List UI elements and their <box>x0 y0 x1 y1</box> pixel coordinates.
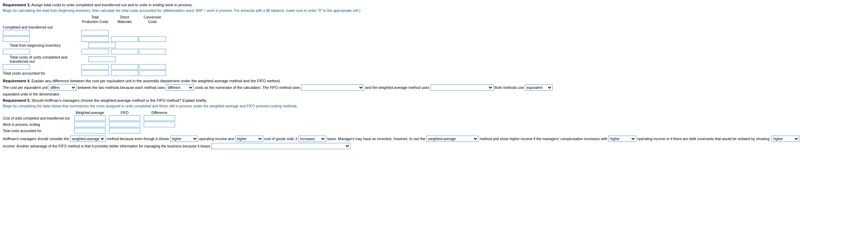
req5-fifo-header: FIFO <box>107 111 142 115</box>
req5-text7: operating income or if there are debt co… <box>637 137 770 141</box>
row3-label-input[interactable] <box>3 49 30 54</box>
req5-row1-diff-input[interactable] <box>144 115 175 121</box>
row1-total-input[interactable] <box>81 30 109 36</box>
total-accounted-direct-input[interactable] <box>111 70 138 76</box>
req5-text5: taxes. Managers may have an incentive, h… <box>327 137 425 141</box>
row-4 <box>3 64 177 70</box>
req5-row2-diff-input[interactable] <box>144 122 175 127</box>
req3-header: Requirement 3. Assign total costs to uni… <box>3 3 865 7</box>
total-beginning-label: Total from beginning inventory <box>10 43 86 47</box>
req3-instruction: Begin by calculating the total from begi… <box>3 8 865 13</box>
total-beginning-row: Total from beginning inventory <box>3 43 177 48</box>
completed-transferred-label: Completed and transferred out: <box>3 25 177 29</box>
req4-header: Requirement 4. Explain any difference be… <box>3 79 865 83</box>
req4-text1: The cost per equivalent unit <box>3 85 48 90</box>
col-conv-sub: Costs <box>139 20 166 24</box>
requirement-4-section: Requirement 4. Explain any difference be… <box>3 79 865 96</box>
cost-table: Total Direct Conversion Production Costs… <box>3 15 177 76</box>
total-accounted-total-input[interactable] <box>81 70 109 76</box>
total-costs-accounted-row: Total costs accounted for <box>3 70 177 76</box>
col-total-header: Total <box>79 15 111 19</box>
req5-text1: Hoffman's managers should consider the <box>3 137 69 141</box>
row1-label-input[interactable] <box>3 30 30 36</box>
req5-alt-method-select[interactable]: weighted-average FIFO <box>426 136 479 142</box>
req5-taxes-select[interactable]: increases decreases <box>298 136 326 142</box>
req5-method-select[interactable]: weighted-average FIFO <box>70 136 105 142</box>
req5-row1-wa-input[interactable] <box>74 115 105 121</box>
req4-select3[interactable]: only costs incurred in current period al… <box>301 84 364 91</box>
req5-wa-header: Weighted-average <box>72 111 107 115</box>
row3-direct-input[interactable] <box>111 49 138 54</box>
row3-total-input[interactable] <box>81 49 109 54</box>
col-direct-header: Direct <box>111 15 139 19</box>
req5-row1: Cost of units completed and transferred … <box>3 115 212 121</box>
req5-text6: method and show higher income if the man… <box>480 137 607 141</box>
req5-comp-select[interactable]: higher lower <box>608 136 636 142</box>
row4-label-input[interactable] <box>3 64 30 70</box>
row-3 <box>3 49 177 54</box>
req4-text6: equivalent units in the denominator. <box>3 92 865 96</box>
row4-conv-input[interactable] <box>139 64 166 70</box>
req5-instruction: Begin by completing the table below that… <box>3 104 865 108</box>
req4-select5[interactable]: equivalent actual <box>525 84 553 91</box>
req4-text2: between the two methods because each met… <box>78 85 165 90</box>
row4-direct-input[interactable] <box>111 64 138 70</box>
req5-text2: method because even though it shows <box>106 137 169 141</box>
total-costs-units-input[interactable] <box>88 56 116 62</box>
req5-row2-label: Work in process, ending <box>3 123 72 127</box>
req5-row3: Total costs accounted for <box>3 128 212 134</box>
req5-row2-fifo-input[interactable] <box>109 122 140 127</box>
req4-text3: costs as the numerator of the calculatio… <box>195 85 300 90</box>
req4-text5: Both methods use <box>495 85 524 90</box>
req5-bottom: Hoffman's managers should consider the w… <box>3 136 865 149</box>
row-2 <box>3 36 177 42</box>
req5-col-headers: Weighted-average FIFO Difference <box>3 111 212 115</box>
total-beginning-input[interactable] <box>88 43 116 48</box>
col-headers-row2: Production Costs Materials Costs <box>3 20 177 24</box>
req5-row1-label: Cost of units completed and transferred … <box>3 116 72 120</box>
req5-keeps-select[interactable]: costs separate by period current period … <box>211 143 350 149</box>
total-costs-units-label: Total costs of units completed and trans… <box>10 55 86 63</box>
req5-cogs-select[interactable]: higher lower <box>235 136 263 142</box>
row2-total-input[interactable] <box>81 36 109 42</box>
requirement-5-section: Requirement 5. Should Hoffman's managers… <box>3 98 865 149</box>
row4-total-input[interactable] <box>81 64 109 70</box>
req4-select2[interactable]: different the same <box>166 84 194 91</box>
req5-row2: Work in process, ending <box>3 122 212 127</box>
col-direct-sub: Materials <box>111 20 139 24</box>
requirement-3-section: Requirement 3. Assign total costs to uni… <box>3 3 865 76</box>
total-costs-accounted-label: Total costs accounted for <box>3 71 79 75</box>
req5-text3: operating income and <box>199 137 234 141</box>
req5-row3-fifo-input[interactable] <box>109 128 140 134</box>
req5-row3-label: Total costs accounted for <box>3 129 72 133</box>
row2-conv-input[interactable] <box>139 36 166 42</box>
req5-row2-wa-input[interactable] <box>74 122 105 127</box>
req5-income-select[interactable]: higher lower <box>170 136 198 142</box>
row-1 <box>3 30 177 36</box>
row3-conv-input[interactable] <box>139 49 166 54</box>
col-total-sub: Production Costs <box>79 20 111 24</box>
req4-select1[interactable]: differs is the same <box>49 84 77 91</box>
req4-text4: and the weighted-average method uses <box>365 85 429 90</box>
col-conv-header: Conversion <box>139 15 166 19</box>
row2-label-input[interactable] <box>3 36 30 42</box>
col-headers-row1: Total Direct Conversion <box>3 15 177 19</box>
total-accounted-conv-input[interactable] <box>139 70 166 76</box>
req5-row3-wa-input[interactable] <box>74 128 105 134</box>
req5-row1-fifo-input[interactable] <box>109 115 140 121</box>
req4-select4[interactable]: all costs including beginning WIP only c… <box>431 84 494 91</box>
req5-income2-select[interactable]: higher lower <box>772 136 799 142</box>
total-costs-units-row: Total costs of units completed and trans… <box>3 55 177 63</box>
req5-text4: cost of goods sold, it <box>264 137 298 141</box>
req5-table: Weighted-average FIFO Difference Cost of… <box>3 111 212 134</box>
req5-diff-header: Difference <box>142 111 177 115</box>
req5-text8: income. Another advantage of the FIFO me… <box>3 144 210 148</box>
req5-header: Requirement 5. Should Hoffman's managers… <box>3 98 865 102</box>
row2-direct-input[interactable] <box>111 36 138 42</box>
req4-row: The cost per equivalent unit differs is … <box>3 84 865 91</box>
